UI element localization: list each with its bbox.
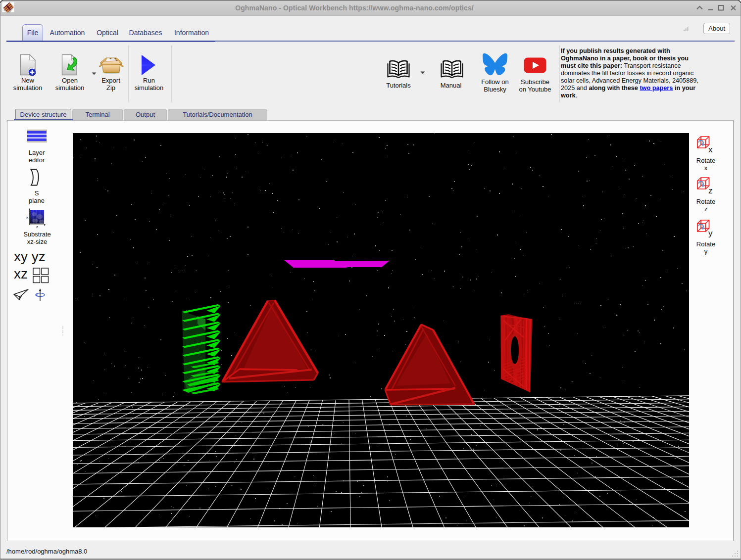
svg-text:x: x: [26, 215, 28, 220]
svg-text:z: z: [36, 225, 38, 228]
